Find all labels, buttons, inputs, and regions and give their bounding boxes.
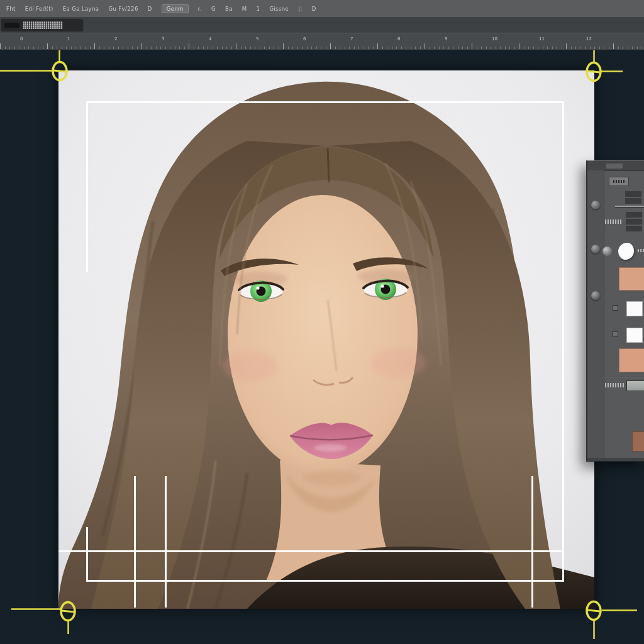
crop-handle-top-left[interactable] bbox=[0, 48, 67, 80]
panel-list-row[interactable] bbox=[626, 226, 642, 231]
ruler-tick bbox=[71, 47, 72, 49]
crop-handle-bottom-right[interactable] bbox=[587, 602, 637, 640]
guide-vertical-2[interactable] bbox=[165, 476, 167, 608]
ruler-tick bbox=[562, 47, 562, 49]
guide-frame-left-upper[interactable] bbox=[86, 101, 88, 272]
ruler-tick bbox=[377, 43, 378, 49]
guide-frame-top[interactable] bbox=[88, 101, 564, 103]
ruler-label: 12 bbox=[586, 36, 592, 42]
brush-label-illegible bbox=[638, 249, 644, 252]
panel-list-row[interactable] bbox=[626, 219, 642, 225]
ruler-tick bbox=[618, 47, 619, 49]
ruler-tick bbox=[250, 47, 251, 49]
ruler-tick bbox=[14, 47, 15, 49]
tool-sphere-icon-3[interactable] bbox=[591, 291, 600, 300]
ruler-tick bbox=[283, 43, 284, 49]
horizontal-ruler[interactable]: 0123456789101112 bbox=[0, 33, 644, 50]
panel-divider bbox=[604, 377, 644, 377]
panel-list-row[interactable] bbox=[625, 198, 641, 204]
ruler-tick bbox=[170, 47, 170, 49]
button-label-illegible bbox=[613, 180, 625, 183]
panel-list-row[interactable] bbox=[626, 212, 642, 218]
ruler-tick bbox=[330, 43, 331, 49]
ruler-tick bbox=[189, 43, 189, 49]
ruler-tick bbox=[632, 47, 633, 49]
menu-item[interactable]: r. bbox=[198, 6, 202, 12]
panel-slider[interactable] bbox=[615, 206, 644, 207]
ruler-tick bbox=[524, 47, 525, 49]
ruler-tick bbox=[335, 47, 336, 49]
ruler-tick bbox=[430, 47, 430, 49]
document-tab[interactable] bbox=[1, 19, 83, 31]
ruler-tick bbox=[62, 47, 62, 49]
ruler-tick bbox=[113, 47, 114, 49]
menu-item[interactable]: Edi Fed(t) bbox=[25, 6, 53, 12]
menu-item[interactable]: G bbox=[211, 6, 216, 12]
ruler-tick bbox=[0, 43, 1, 49]
tool-sphere-icon-1[interactable] bbox=[591, 201, 600, 209]
ruler-tick bbox=[411, 47, 411, 49]
menu-item[interactable]: Gissne bbox=[269, 6, 289, 12]
ruler-tick bbox=[349, 47, 350, 49]
ruler-label: 6 bbox=[303, 36, 306, 42]
ruler-tick bbox=[198, 47, 199, 49]
menu-item[interactable]: Gu Fv/226 bbox=[108, 6, 138, 12]
menubar: FhtEdi Fed(t)Ea Ga LaynaGu Fv/226DGenmr.… bbox=[0, 0, 644, 18]
ruler-tick bbox=[137, 47, 138, 49]
ruler-tick bbox=[9, 47, 10, 49]
ruler-tick bbox=[38, 47, 38, 49]
peach-color-swatch-2[interactable] bbox=[619, 348, 644, 372]
ruler-label: 9 bbox=[445, 36, 447, 42]
sphere-preview-icon[interactable] bbox=[602, 247, 612, 256]
ruler-tick bbox=[552, 47, 553, 49]
panel-section-label-illegible bbox=[605, 219, 621, 224]
ruler-tick bbox=[43, 47, 43, 49]
ruler-tick bbox=[123, 47, 123, 49]
ruler-label: 8 bbox=[397, 36, 400, 42]
document-tab-label-illegible bbox=[23, 21, 63, 29]
menu-item[interactable]: Genm bbox=[162, 4, 189, 13]
brown-color-swatch[interactable] bbox=[632, 431, 644, 452]
ruler-tick bbox=[575, 47, 576, 49]
ruler-tick bbox=[66, 47, 67, 49]
peach-color-swatch-1[interactable] bbox=[619, 267, 644, 291]
document-canvas[interactable] bbox=[58, 70, 594, 609]
panel-footer-button[interactable] bbox=[626, 380, 644, 391]
guide-frame-right[interactable] bbox=[562, 101, 564, 582]
ruler-tick bbox=[245, 47, 246, 49]
menu-item[interactable]: Fht bbox=[6, 6, 16, 12]
tool-sphere-icon-2[interactable] bbox=[591, 245, 600, 253]
white-color-swatch-1[interactable] bbox=[626, 301, 643, 316]
menu-item[interactable]: |: bbox=[298, 6, 303, 12]
guide-frame-bottom[interactable] bbox=[88, 580, 564, 582]
guide-vertical-3[interactable] bbox=[531, 476, 533, 608]
menu-item[interactable]: D bbox=[148, 6, 152, 12]
ruler-tick bbox=[538, 47, 538, 49]
ruler-tick bbox=[514, 47, 515, 49]
guide-frame-left-lower[interactable] bbox=[86, 527, 88, 582]
panel-options-button[interactable] bbox=[609, 177, 629, 186]
panel-tool-gutter bbox=[587, 170, 604, 461]
brush-tip-preview[interactable] bbox=[618, 243, 634, 260]
ruler-tick bbox=[213, 47, 213, 49]
panel-list-row[interactable] bbox=[625, 191, 641, 197]
ruler-tick bbox=[222, 47, 223, 49]
menu-item[interactable]: 1 bbox=[257, 6, 260, 12]
menu-item[interactable]: D bbox=[312, 6, 316, 12]
ruler-label: 1 bbox=[67, 36, 70, 42]
ruler-tick bbox=[104, 47, 104, 49]
ruler-tick bbox=[269, 47, 270, 49]
white-color-swatch-2[interactable] bbox=[626, 328, 643, 343]
ruler-tick bbox=[439, 47, 440, 49]
ruler-tick bbox=[533, 47, 534, 49]
swatch-mini-icon-2 bbox=[613, 331, 618, 337]
guide-vertical-1[interactable] bbox=[134, 476, 136, 608]
ruler-tick bbox=[19, 47, 19, 49]
panel-header[interactable] bbox=[587, 161, 644, 171]
ruler-tick bbox=[590, 47, 591, 49]
menu-item[interactable]: Ba bbox=[225, 6, 233, 12]
ruler-tick bbox=[486, 47, 487, 49]
menu-item[interactable]: Ea Ga Layna bbox=[63, 6, 99, 12]
ruler-label: 10 bbox=[492, 36, 497, 42]
menu-item[interactable]: M bbox=[242, 6, 247, 12]
